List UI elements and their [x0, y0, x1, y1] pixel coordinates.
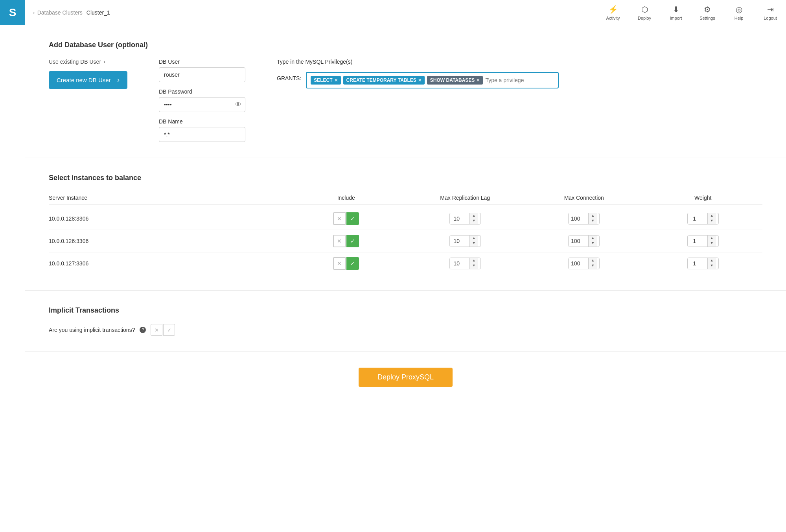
grants-tags-area[interactable]: SELECT ✕ CREATE TEMPORARY TABLES ✕ SHOW … [306, 72, 559, 88]
weight-field-2[interactable] [688, 236, 707, 247]
replication-lag-spinners-1: ▲ ▼ [469, 213, 478, 224]
weight-up-2[interactable]: ▲ [708, 236, 716, 241]
include-toggle-3: ✕ ✓ [287, 257, 406, 270]
max-connection-field-1[interactable] [569, 213, 588, 224]
nav-import[interactable]: ⬇ Import [660, 0, 692, 25]
weight-2: ▲ ▼ [644, 235, 763, 247]
create-new-db-user-button[interactable]: Create new DB User › [49, 71, 127, 89]
weight-spinners-2: ▲ ▼ [707, 236, 716, 247]
max-connection-up-3[interactable]: ▲ [589, 258, 597, 263]
main-layout: Add Database User (optional) Use existin… [0, 25, 786, 532]
db-user-left: Use existing DB User › Create new DB Use… [49, 59, 127, 89]
deploy-section: Deploy ProxySQL [25, 352, 786, 403]
include-x-1[interactable]: ✕ [333, 212, 346, 225]
nav-activity[interactable]: ⚡ Activity [597, 0, 629, 25]
weight-up-3[interactable]: ▲ [708, 258, 716, 263]
include-x-2[interactable]: ✕ [333, 235, 346, 247]
weight-spinners-1: ▲ ▼ [707, 213, 716, 224]
replication-lag-down-1[interactable]: ▼ [470, 218, 478, 223]
replication-lag-up-2[interactable]: ▲ [470, 236, 478, 241]
nav-actions: ⚡ Activity ⬡ Deploy ⬇ Import ⚙ Settings … [597, 0, 786, 25]
deploy-proxysql-button[interactable]: Deploy ProxySQL [359, 368, 453, 387]
max-connection-field-2[interactable] [569, 236, 588, 247]
weight-up-1[interactable]: ▲ [708, 213, 716, 218]
db-name-input[interactable] [159, 127, 245, 142]
eye-icon[interactable]: 👁 [235, 101, 241, 108]
db-user-label: DB User [159, 59, 245, 65]
replication-lag-input-2: ▲ ▼ [449, 235, 481, 247]
include-check-2[interactable]: ✓ [346, 235, 359, 247]
include-check-1[interactable]: ✓ [346, 212, 359, 225]
privilege-tag-show-db: SHOW DATABASES ✕ [427, 76, 483, 85]
instances-table: Server Instance Include Max Replication … [49, 191, 762, 274]
replication-lag-field-2[interactable] [450, 236, 469, 247]
instance-row: 10.0.0.126:3306 ✕ ✓ ▲ ▼ [49, 230, 762, 252]
use-existing-arrow: › [103, 59, 105, 65]
implicit-row: Are you using implicit transactions? ? ✕… [49, 324, 762, 336]
max-connection-down-3[interactable]: ▼ [589, 263, 597, 268]
back-arrow[interactable]: ‹ [33, 9, 35, 16]
replication-lag-field-1[interactable] [450, 213, 469, 224]
weight-field-3[interactable] [688, 258, 707, 269]
replication-lag-down-2[interactable]: ▼ [470, 241, 478, 246]
info-icon[interactable]: ? [140, 327, 146, 333]
replication-lag-up-3[interactable]: ▲ [470, 258, 478, 263]
privilege-tag-create-temp: CREATE TEMPORARY TABLES ✕ [343, 76, 425, 85]
nav-deploy[interactable]: ⬡ Deploy [629, 0, 660, 25]
db-name-field-group: DB Name [159, 118, 245, 142]
privilege-input[interactable] [485, 77, 554, 83]
implicit-transactions-title: Implicit Transactions [49, 306, 762, 315]
nav-logout[interactable]: ⇥ Logout [755, 0, 786, 25]
nav-settings[interactable]: ⚙ Settings [692, 0, 723, 25]
max-connection-3: ▲ ▼ [525, 258, 644, 269]
replication-lag-input-3: ▲ ▼ [449, 258, 481, 269]
privilege-tag-create-temp-label: CREATE TEMPORARY TABLES [346, 77, 416, 83]
implicit-toggle-check[interactable]: ✓ [163, 324, 175, 336]
privilege-tag-create-temp-remove[interactable]: ✕ [418, 78, 422, 83]
max-connection-up-1[interactable]: ▲ [589, 213, 597, 218]
privilege-tag-select-remove[interactable]: ✕ [334, 78, 338, 83]
replication-lag-up-1[interactable]: ▲ [470, 213, 478, 218]
max-connection-1: ▲ ▼ [525, 213, 644, 225]
use-existing-link[interactable]: Use existing DB User › [49, 59, 127, 65]
weight-input-1: ▲ ▼ [687, 213, 719, 225]
col-server-instance: Server Instance [49, 195, 287, 201]
db-user-form: Use existing DB User › Create new DB Use… [49, 59, 762, 142]
replication-lag-down-3[interactable]: ▼ [470, 263, 478, 268]
instances-title: Select instances to balance [49, 174, 762, 182]
db-password-input[interactable] [159, 97, 245, 112]
max-connection-field-3[interactable] [569, 258, 588, 269]
replication-lag-3: ▲ ▼ [406, 258, 525, 269]
db-user-input[interactable] [159, 67, 245, 82]
col-max-connection: Max Connection [525, 195, 644, 201]
implicit-toggle-x[interactable]: ✕ [151, 324, 162, 336]
weight-3: ▲ ▼ [644, 258, 763, 269]
weight-down-3[interactable]: ▼ [708, 263, 716, 268]
max-connection-2: ▲ ▼ [525, 235, 644, 247]
nav-deploy-label: Deploy [638, 16, 651, 20]
instance-name-1: 10.0.0.128:3306 [49, 215, 287, 222]
nav-import-label: Import [670, 16, 682, 20]
max-connection-down-2[interactable]: ▼ [589, 241, 597, 246]
nav-help[interactable]: ◎ Help [723, 0, 755, 25]
max-connection-input-1: ▲ ▼ [568, 213, 600, 225]
max-connection-up-2[interactable]: ▲ [589, 236, 597, 241]
replication-lag-field-3[interactable] [450, 258, 469, 269]
logo[interactable]: S [0, 0, 25, 25]
max-connection-spinners-1: ▲ ▼ [588, 213, 597, 224]
privilege-tag-show-db-remove[interactable]: ✕ [476, 78, 480, 83]
logout-icon: ⇥ [767, 5, 774, 14]
breadcrumb: ‹ Database Clusters Cluster_1 [25, 9, 597, 16]
weight-down-1[interactable]: ▼ [708, 218, 716, 223]
max-connection-down-1[interactable]: ▼ [589, 218, 597, 223]
include-x-3[interactable]: ✕ [333, 257, 346, 270]
help-icon: ◎ [736, 5, 742, 14]
include-toggle-1: ✕ ✓ [287, 212, 406, 225]
include-check-3[interactable]: ✓ [346, 257, 359, 270]
activity-icon: ⚡ [608, 5, 618, 14]
db-password-field-group: DB Password 👁 [159, 88, 245, 112]
weight-down-2[interactable]: ▼ [708, 241, 716, 246]
weight-field-1[interactable] [688, 213, 707, 224]
breadcrumb-parent[interactable]: Database Clusters [37, 9, 83, 16]
db-name-label: DB Name [159, 118, 245, 125]
